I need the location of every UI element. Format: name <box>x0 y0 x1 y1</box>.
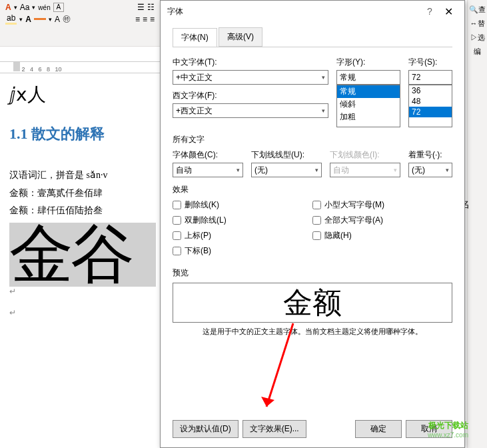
style-input[interactable]: 常规 <box>336 70 400 85</box>
allcaps-check[interactable]: 全部大写字母(A) <box>312 215 452 226</box>
style-listbox[interactable]: 常规 倾斜 加粗 <box>336 85 400 127</box>
size-input[interactable]: 72 <box>408 70 452 85</box>
document-body: ⅉⅹ人 1.1 散文的解释 汉语词汇，拼音是 sǎn·v 金额：壹萬贰仟叁佰肆 … <box>5 77 160 317</box>
ok-button[interactable]: 确定 <box>355 420 402 438</box>
align-center-icon[interactable]: ≡ <box>143 15 147 24</box>
list-item: 48 <box>409 96 452 107</box>
list-item: 36 <box>409 85 452 96</box>
align-left-icon[interactable]: ≡ <box>135 15 140 24</box>
list-item: 加粗 <box>337 111 400 123</box>
list-item: 72 <box>409 107 452 117</box>
body-line-2[interactable]: 金额：壹萬贰仟叁佰肆 <box>9 185 156 203</box>
sup-check[interactable]: 上标(P) <box>173 230 312 241</box>
replace-button[interactable]: ↔替 <box>468 17 487 31</box>
font-size-icon[interactable]: Aa <box>20 3 30 12</box>
underline-combo[interactable]: (无)▾ <box>251 163 322 177</box>
dialog-title: 字体 <box>167 6 420 17</box>
underline-color-label: 下划线颜色(I): <box>330 149 400 161</box>
right-sidebar: 🔍查 ↔替 ▷选 编 <box>467 0 487 448</box>
enclose-icon[interactable]: ㊕ <box>63 13 71 25</box>
find-button[interactable]: 🔍查 <box>468 3 487 17</box>
preview-box: 金额 <box>173 283 452 323</box>
char-shading-icon[interactable]: A <box>55 15 60 24</box>
preview-label: 预览 <box>173 267 452 279</box>
text-effect-button[interactable]: 文字效果(E)... <box>243 420 306 438</box>
font-color-icon[interactable]: A <box>5 3 11 12</box>
text-color-icon-2[interactable]: A <box>25 15 31 24</box>
tab-advanced[interactable]: 高级(V) <box>219 27 262 47</box>
size-listbox[interactable]: 36 48 72 <box>408 85 452 127</box>
number-list-icon[interactable]: ☷ <box>147 3 155 12</box>
ribbon: A ▾ Aa ▾ wén A ☰ ☷ ab ▾ A ▾ A ㊕ ≡ ≡ ≡ <box>0 0 160 47</box>
highlight-icon[interactable]: ab <box>5 13 17 25</box>
body-line-3[interactable]: 金额：肆仟伍佰陆拾叁 <box>9 202 156 220</box>
dstrike-check[interactable]: 双删除线(L) <box>173 215 312 226</box>
tab-font[interactable]: 字体(N) <box>173 28 217 47</box>
select-button[interactable]: ▷选 <box>468 31 487 45</box>
list-item: 倾斜 <box>337 98 400 111</box>
effects-label: 效果 <box>173 184 452 195</box>
size-label: 字号(S): <box>408 57 452 68</box>
all-text-label: 所有文字 <box>173 134 452 145</box>
font-dialog: 字体 ? ✕ 字体(N) 高级(V) 中文字体(T): +中文正文▾ 西文字体(… <box>160 0 465 448</box>
edit-label: 编 <box>468 45 487 59</box>
en-font-combo[interactable]: +西文正文▾ <box>173 103 328 118</box>
style-label: 字形(Y): <box>336 57 400 68</box>
cn-font-combo[interactable]: +中文正文▾ <box>173 70 328 85</box>
ruler: 2 4 6 8 10 <box>0 61 160 73</box>
emphasis-label: 着重号(·): <box>408 149 452 161</box>
font-color-combo[interactable]: 自动▾ <box>173 163 243 177</box>
sub-check[interactable]: 下标(B) <box>173 245 312 257</box>
list-item: 常规 <box>337 85 400 98</box>
en-font-label: 西文字体(F): <box>173 90 328 101</box>
strike-check[interactable]: 删除线(K) <box>173 199 312 211</box>
smallcaps-check[interactable]: 小型大写字母(M) <box>312 199 452 211</box>
emphasis-combo[interactable]: (无)▾ <box>408 163 452 177</box>
hidden-check[interactable]: 隐藏(H) <box>312 230 452 241</box>
bullet-list-icon[interactable]: ☰ <box>137 3 145 12</box>
underline-label: 下划线线型(U): <box>251 149 322 161</box>
watermark: 极光下载站 www.xz7.com <box>428 420 468 439</box>
font-color-label: 字体颜色(C): <box>173 149 243 161</box>
paragraph-mark: ↵ <box>9 287 156 296</box>
close-icon[interactable]: ✕ <box>439 5 458 18</box>
body-line-1[interactable]: 汉语词汇，拼音是 sǎn·v <box>9 167 156 185</box>
paragraph-mark: ↵ <box>9 308 156 317</box>
heading-1[interactable]: 1.1 散文的解释 <box>9 124 156 144</box>
set-default-button[interactable]: 设为默认值(D) <box>173 420 239 438</box>
help-icon[interactable]: ? <box>420 6 439 17</box>
cn-font-label: 中文字体(T): <box>173 57 328 68</box>
char-border-icon[interactable]: A <box>53 3 64 12</box>
preview-description: 这是用于中文的正文主题字体。当前文档主题定义将使用哪种字体。 <box>173 327 452 337</box>
phonetic-icon[interactable]: wén <box>38 4 50 11</box>
selected-large-text[interactable]: 金谷 <box>9 223 156 287</box>
align-right-icon[interactable]: ≡ <box>150 15 155 24</box>
underline-color-combo: 自动▾ <box>330 163 400 177</box>
